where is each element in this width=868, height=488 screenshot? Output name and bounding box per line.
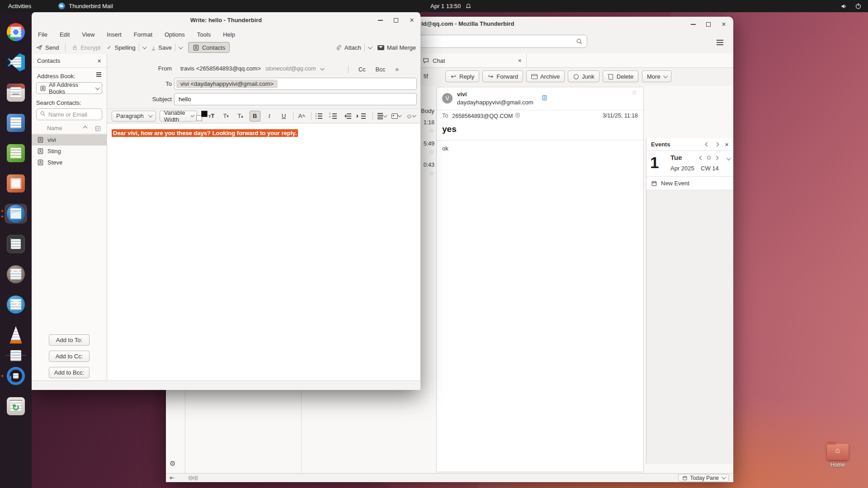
menu-item[interactable]: Help	[223, 31, 235, 38]
quick-filter-icon[interactable]	[423, 73, 429, 81]
bold-button[interactable]: B	[250, 111, 260, 122]
foreground-color-swatch[interactable]	[201, 111, 208, 117]
column-header-body[interactable]: Body	[421, 108, 434, 114]
insert-image-button[interactable]	[391, 111, 401, 122]
message-list-row[interactable]: 1:18	[418, 119, 434, 141]
more-button[interactable]: More	[642, 70, 671, 82]
archive-button[interactable]: Archive	[526, 70, 565, 82]
maximize-button[interactable]	[703, 19, 714, 30]
minimize-button[interactable]	[374, 14, 386, 26]
spelling-button[interactable]: Spelling	[107, 43, 145, 52]
libreoffice-calc-dock-icon[interactable]	[5, 143, 27, 163]
forward-button[interactable]: Forward	[482, 70, 523, 82]
cc-button[interactable]: Cc	[359, 66, 366, 73]
thunderbird-dock-icon[interactable]	[5, 204, 27, 224]
underline-button[interactable]: U	[278, 111, 289, 122]
next-day-icon[interactable]	[715, 142, 719, 147]
add-to-bcc-button[interactable]: Add to Bcc:	[49, 367, 90, 378]
mini-next-icon[interactable]	[714, 155, 719, 160]
help-dock-icon[interactable]	[5, 295, 27, 314]
address-book-select[interactable]: All Address Books	[36, 82, 102, 94]
menu-item[interactable]: Format	[134, 31, 152, 38]
text-color-picker[interactable]	[201, 110, 202, 122]
sender-email[interactable]: daydayhappyvivi@gmail.com	[457, 99, 533, 106]
add-to-cc-button[interactable]: Add to Cc:	[49, 351, 90, 362]
trash-dock-icon[interactable]	[5, 396, 27, 416]
software-updater-dock-icon[interactable]	[5, 366, 27, 386]
send-button[interactable]: Send	[36, 44, 59, 51]
contact-badge-icon[interactable]	[542, 95, 547, 102]
maximize-button[interactable]	[390, 14, 402, 26]
remove-styling-button[interactable]: A	[297, 111, 307, 122]
contacts-list-header[interactable]: Name	[32, 124, 107, 134]
app-menu-button[interactable]	[714, 38, 725, 47]
new-event-button[interactable]: New Event	[646, 177, 733, 190]
activities-button[interactable]: Activities	[0, 3, 39, 9]
message-body-editor[interactable]: Dear vivi, how are you these days? Looki…	[107, 124, 420, 380]
menu-item[interactable]: Edit	[60, 31, 70, 38]
vscode-dock-icon[interactable]	[5, 52, 27, 72]
vivi[interactable]: vivi	[32, 134, 107, 145]
from-identity[interactable]: travis <2658564893@qq.com>	[180, 65, 261, 72]
tab-chat[interactable]: Chat	[418, 53, 527, 68]
sender-name[interactable]: vivi	[457, 91, 467, 98]
attach-button[interactable]: Attach	[336, 43, 371, 52]
contacts-toggle-button[interactable]: Contacts	[188, 42, 230, 53]
contact-badge-icon[interactable]	[515, 113, 520, 119]
contacts-search-box[interactable]	[36, 108, 102, 120]
message-list-row[interactable]: 0:43	[418, 162, 434, 183]
insert-smiley-button[interactable]	[405, 111, 416, 122]
delete-button[interactable]: Delete	[603, 70, 639, 82]
font-select[interactable]: Variable Width	[160, 111, 198, 122]
chevron-down-icon[interactable]	[142, 45, 147, 49]
more-addressing-icon[interactable]: »	[395, 66, 399, 73]
contacts-search-input[interactable]	[48, 111, 99, 118]
bcc-button[interactable]: Bcc	[376, 66, 386, 73]
recipient-pill[interactable]: vivi <daydayhappyvivi@gmail.com>	[176, 80, 278, 88]
message-list-row[interactable]: 5:49	[418, 141, 434, 162]
previous-day-icon[interactable]	[705, 142, 710, 147]
libreoffice-writer-dock-icon[interactable]	[5, 113, 27, 133]
clock-menu[interactable]: Apr 1 13:50	[430, 3, 472, 9]
gimp-dock-icon[interactable]	[5, 264, 27, 284]
star-message-icon[interactable]	[631, 89, 637, 95]
chevron-down-icon[interactable]	[368, 45, 373, 49]
menu-item[interactable]: View	[82, 31, 94, 38]
expand-minimonth-icon[interactable]	[726, 156, 731, 160]
close-sidebar-icon[interactable]	[97, 57, 101, 65]
indent-button[interactable]	[358, 111, 369, 122]
star-icon[interactable]	[418, 127, 434, 134]
volume-icon[interactable]	[840, 3, 848, 9]
column-picker-icon[interactable]	[95, 126, 100, 131]
menu-item[interactable]: Tools	[197, 31, 211, 38]
numbered-list-button[interactable]	[329, 111, 340, 122]
libreoffice-impress-dock-icon[interactable]	[5, 174, 27, 193]
star-icon[interactable]	[418, 149, 434, 155]
address-book-menu-icon[interactable]	[96, 74, 101, 75]
sort-ascending-icon[interactable]	[83, 126, 88, 131]
close-button[interactable]	[718, 19, 730, 30]
encrypt-button[interactable]: Encrypt	[72, 44, 100, 51]
decrease-font-size-button[interactable]: T	[221, 111, 231, 122]
Sting[interactable]: Sting	[32, 145, 107, 157]
close-events-icon[interactable]	[725, 141, 729, 148]
save-button[interactable]: Save	[152, 43, 182, 52]
menu-item[interactable]: Insert	[107, 31, 122, 38]
files-dock-icon[interactable]	[5, 83, 27, 103]
focused-app-menu[interactable]: Thunderbird Mail	[58, 3, 113, 9]
add-to-to-button[interactable]: Add to To:	[49, 334, 90, 346]
reply-button[interactable]: Reply	[445, 70, 479, 82]
mini-prev-icon[interactable]	[699, 155, 704, 160]
chevron-down-icon[interactable]	[320, 66, 325, 70]
gear-icon[interactable]	[170, 460, 175, 468]
star-icon[interactable]	[418, 170, 434, 176]
terminal-dock-icon[interactable]	[5, 234, 27, 254]
today-dot-icon[interactable]	[707, 156, 711, 160]
chrome-dock-icon[interactable]	[5, 22, 27, 42]
today-pane-toggle[interactable]: Today Pane	[678, 474, 729, 482]
mail-merge-button[interactable]: Mail Merge	[377, 44, 416, 51]
collapse-pane-icon[interactable]	[170, 474, 175, 481]
chevron-down-icon[interactable]	[179, 45, 183, 49]
bullet-list-button[interactable]	[315, 111, 326, 122]
junk-button[interactable]: Junk	[568, 70, 599, 82]
